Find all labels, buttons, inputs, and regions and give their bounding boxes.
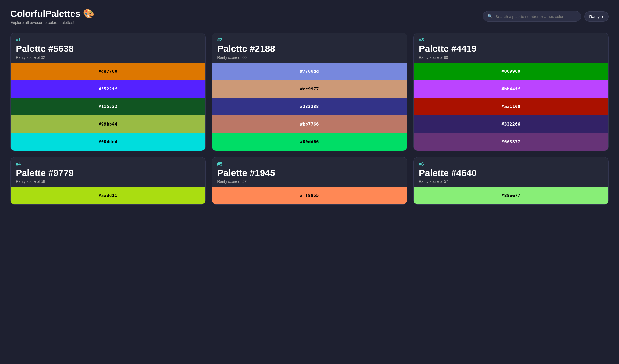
color-swatch[interactable]: #333388: [212, 98, 407, 115]
brand: ColorfulPalettes 🎨 Explore all awesome c…: [10, 8, 94, 25]
color-swatch[interactable]: #bb7766: [212, 115, 407, 133]
color-swatch[interactable]: #ff8855: [212, 187, 407, 204]
palette-rarity: Rarity score of 60: [419, 55, 603, 60]
palette-title: Palette #9779: [16, 168, 200, 178]
palette-rank: #3: [419, 37, 603, 43]
palette-card[interactable]: #4Palette #9779Rarity score of 58#aadd11: [10, 157, 206, 205]
color-swatch[interactable]: #00dd66: [212, 133, 407, 151]
palette-rarity: Rarity score of 60: [217, 55, 402, 60]
palette-icon: 🎨: [83, 8, 94, 19]
color-swatch[interactable]: #bb44ff: [414, 80, 608, 98]
palette-rank: #1: [16, 37, 200, 43]
palette-title: Palette #2188: [217, 44, 402, 54]
color-swatch[interactable]: #663377: [414, 133, 608, 151]
palette-rank: #2: [217, 37, 402, 43]
color-swatch[interactable]: #dd7700: [11, 63, 205, 80]
palette-title: Palette #4640: [419, 168, 603, 178]
palette-card-header: #3Palette #4419Rarity score of 60: [414, 33, 608, 63]
palettes-grid: #1Palette #5638Rarity score of 62#dd7700…: [10, 33, 609, 205]
palette-card-header: #1Palette #5638Rarity score of 62: [11, 33, 205, 63]
color-swatch[interactable]: #7788dd: [212, 63, 407, 80]
palette-title: Palette #1945: [217, 168, 402, 178]
search-container[interactable]: 🔍: [483, 11, 581, 22]
sort-dropdown[interactable]: Rarity ▾: [584, 11, 609, 22]
palette-card[interactable]: #5Palette #1945Rarity score of 57#ff8855: [212, 157, 407, 205]
color-swatch[interactable]: #99bb44: [11, 115, 205, 133]
palette-card[interactable]: #3Palette #4419Rarity score of 60#009900…: [413, 33, 609, 151]
color-swatch[interactable]: #332266: [414, 115, 608, 133]
palette-rank: #5: [217, 162, 402, 167]
color-swatch[interactable]: #009900: [414, 63, 608, 80]
palette-rarity: Rarity score of 58: [16, 179, 200, 184]
header-controls: 🔍 Rarity ▾: [483, 11, 609, 22]
page-header: ColorfulPalettes 🎨 Explore all awesome c…: [10, 8, 609, 25]
color-swatch[interactable]: #5522ff: [11, 80, 205, 98]
color-swatch[interactable]: #88ee77: [414, 187, 608, 204]
color-swatch[interactable]: #aa1100: [414, 98, 608, 115]
palette-card-header: #2Palette #2188Rarity score of 60: [212, 33, 407, 63]
color-swatch[interactable]: #cc9977: [212, 80, 407, 98]
palette-card-header: #6Palette #4640Rarity score of 57: [414, 157, 608, 187]
palette-rarity: Rarity score of 57: [217, 179, 402, 184]
color-swatch[interactable]: #00dddd: [11, 133, 205, 151]
brand-title: ColorfulPalettes 🎨: [10, 8, 94, 19]
palette-title: Palette #4419: [419, 44, 603, 54]
chevron-down-icon: ▾: [602, 14, 604, 19]
palette-card[interactable]: #2Palette #2188Rarity score of 60#7788dd…: [212, 33, 407, 151]
palette-card-header: #5Palette #1945Rarity score of 57: [212, 157, 407, 187]
search-input[interactable]: [495, 14, 576, 19]
color-swatch[interactable]: #aadd11: [11, 187, 205, 204]
palette-card[interactable]: #6Palette #4640Rarity score of 57#88ee77: [413, 157, 609, 205]
brand-name: ColorfulPalettes: [10, 9, 80, 19]
palette-rank: #4: [16, 162, 200, 167]
brand-subtitle: Explore all awesome colors palettes!: [10, 20, 94, 25]
color-swatch[interactable]: #115522: [11, 98, 205, 115]
palette-title: Palette #5638: [16, 44, 200, 54]
palette-card[interactable]: #1Palette #5638Rarity score of 62#dd7700…: [10, 33, 206, 151]
palette-rarity: Rarity score of 57: [419, 179, 603, 184]
palette-card-header: #4Palette #9779Rarity score of 58: [11, 157, 205, 187]
palette-rarity: Rarity score of 62: [16, 55, 200, 60]
palette-rank: #6: [419, 162, 603, 167]
sort-label: Rarity: [589, 14, 600, 19]
search-icon: 🔍: [488, 14, 493, 19]
